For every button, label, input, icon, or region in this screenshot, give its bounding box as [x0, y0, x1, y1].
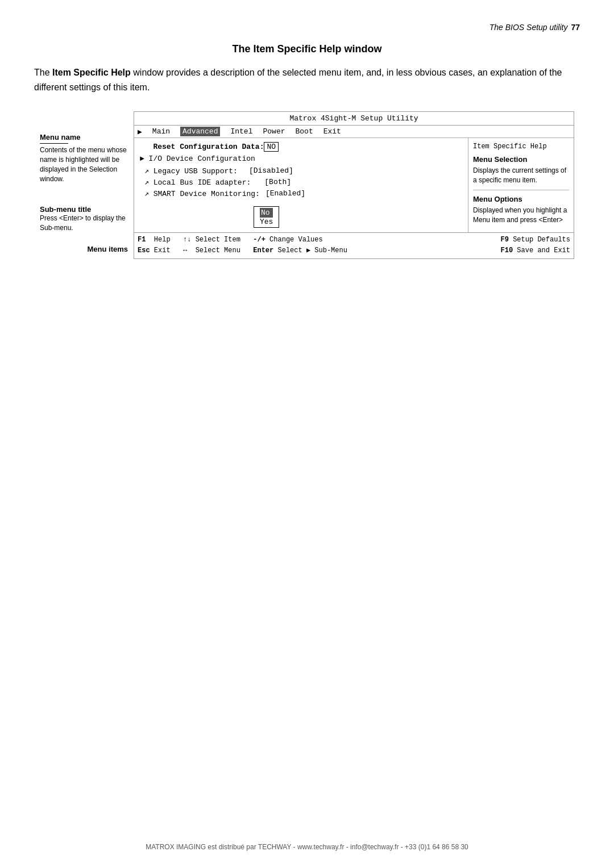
bios-menu-bar: ▶ Main Advanced Intel Power Boot Exit: [134, 126, 574, 138]
bios-title-text: Matrox 4Sight-M Setup Utility: [289, 114, 418, 123]
menu-options-popup: No Yes: [254, 206, 279, 228]
intro-text: The Item Specific Help window provides a…: [34, 65, 580, 94]
key-f1: F1: [138, 236, 146, 244]
reset-config-row: Reset Configuration Data: NO: [140, 143, 462, 151]
legacy-usb-row: ↗ Legacy USB Support: [Disabled]: [140, 166, 462, 176]
smart-arrow: ↗: [144, 190, 149, 198]
local-bus-value: [Both]: [264, 178, 291, 186]
page-container: The BIOS Setup utility77 The Item Specif…: [0, 0, 614, 868]
annotation-menu-items-label: Menu items: [40, 245, 128, 253]
menu-item-boot[interactable]: Boot: [296, 127, 313, 136]
header-subtitle: The BIOS Setup utility: [489, 23, 568, 32]
key-leftright: ↔: [183, 247, 187, 254]
local-bus-arrow: ↗: [144, 178, 149, 187]
status-row-2: Esc Exit ↔ Select Menu Enter Select ▶ Su…: [138, 245, 570, 256]
menu-arrow: ▶: [138, 127, 142, 136]
annotation-submenu-label: Sub-menu title: [40, 205, 128, 214]
help-section-menu-selection-title: Menu Selection: [473, 155, 569, 164]
smart-device-row: ↗ SMART Device Monitoring: [Enabled]: [140, 189, 462, 198]
io-device-label[interactable]: I/O Device Configuration: [144, 155, 255, 163]
reset-config-label: Reset Configuration Data:: [140, 143, 264, 151]
bios-screen: Matrox 4Sight-M Setup Utility ▶ Main Adv…: [134, 111, 574, 258]
help-panel-title: Item Specific Help: [473, 143, 569, 151]
io-device-row: ► I/O Device Configuration: [140, 155, 462, 163]
help-divider: [473, 190, 569, 190]
menu-item-power[interactable]: Power: [263, 127, 285, 136]
key-enter: Enter: [253, 247, 273, 254]
legacy-usb-label[interactable]: Legacy USB Support:: [154, 167, 238, 176]
annotation-menu-items: Menu items: [40, 245, 128, 253]
status-row-1: F1 Help ↑↓ Select Item -/+ Change Values…: [138, 235, 570, 245]
local-bus-label[interactable]: Local Bus IDE adapter:: [154, 178, 251, 187]
page-number: 77: [571, 23, 580, 32]
help-section-menu-options-desc: Displayed when you highlight a Menu item…: [473, 206, 569, 225]
footer-text: MATROX IMAGING est distribué par TECHWAY…: [0, 843, 614, 851]
help-section-menu-options-title: Menu Options: [473, 195, 569, 203]
menu-item-exit[interactable]: Exit: [323, 127, 341, 136]
menu-item-advanced[interactable]: Advanced: [180, 127, 220, 136]
section-title: The Item Specific Help window: [34, 43, 580, 55]
option-no[interactable]: No: [260, 208, 273, 218]
legacy-usb-value: [Disabled]: [249, 166, 293, 175]
local-bus-row: ↗ Local Bus IDE adapter: [Both]: [140, 178, 462, 187]
bios-help-panel: Item Specific Help Menu Selection Displa…: [468, 138, 574, 232]
annotation-submenu-desc: Press <Enter> to display the Sub-menu.: [40, 214, 128, 233]
annotation-menu-name-desc: Contents of the menu whose name is highl…: [40, 145, 128, 183]
annotation-menu-name: Menu name Contents of the menu whose nam…: [40, 133, 128, 183]
left-annotations: Menu name Contents of the menu whose nam…: [40, 111, 136, 258]
bios-main-panel: Reset Configuration Data: NO ► I/O Devic…: [134, 138, 468, 232]
annotation-submenu-title: Sub-menu title Press <Enter> to display …: [40, 205, 128, 233]
option-yes[interactable]: Yes: [260, 218, 273, 226]
help-section-menu-selection-desc: Displays the current settings of a speci…: [473, 166, 569, 185]
smart-device-value: [Enabled]: [265, 189, 305, 198]
key-arrows: ↑↓: [183, 236, 191, 244]
submenu-arrow-io: ►: [140, 155, 144, 163]
key-plusminus: -/+: [253, 236, 265, 244]
menu-item-main[interactable]: Main: [152, 127, 170, 136]
bios-statusbar: F1 Help ↑↓ Select Item -/+ Change Values…: [134, 232, 574, 258]
smart-device-label[interactable]: SMART Device Monitoring:: [154, 190, 260, 198]
annotation-menu-name-label: Menu name: [40, 133, 128, 141]
header-area: The BIOS Setup utility77: [34, 23, 580, 32]
key-esc: Esc: [138, 247, 150, 254]
bios-title-bar: Matrox 4Sight-M Setup Utility: [134, 112, 574, 126]
key-f10: F10: [501, 247, 513, 254]
key-f9: F9: [501, 236, 509, 244]
bios-content: Reset Configuration Data: NO ► I/O Devic…: [134, 138, 574, 232]
legacy-arrow: ↗: [144, 167, 149, 176]
menu-item-intel[interactable]: Intel: [230, 127, 252, 136]
reset-config-value[interactable]: NO: [264, 142, 279, 152]
